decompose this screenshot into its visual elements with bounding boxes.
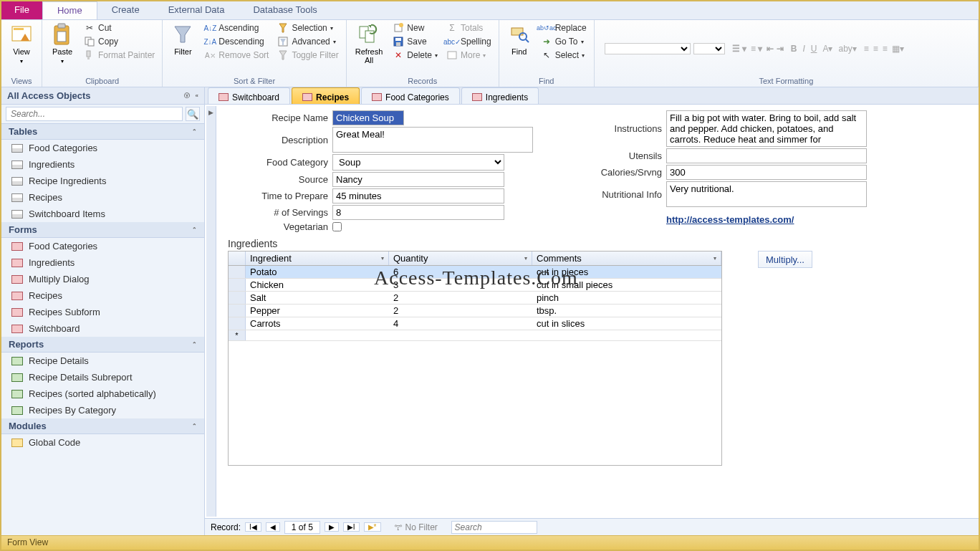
prev-record-button[interactable]: ◀ xyxy=(266,522,280,532)
nav-section-reports[interactable]: Reports⌃ xyxy=(1,337,204,353)
nav-section-modules[interactable]: Modules⌃ xyxy=(1,418,204,434)
ascending-button[interactable]: A↓ZAscending xyxy=(201,21,272,34)
goto-button[interactable]: ➜Go To ▾ xyxy=(538,35,590,48)
more-button[interactable]: More ▾ xyxy=(443,49,494,62)
tab-food-categories[interactable]: Food Categories xyxy=(361,87,460,104)
nav-form-switchboard[interactable]: Switchboard xyxy=(1,320,204,337)
nav-form-recipes[interactable]: Recipes xyxy=(1,287,204,304)
filter-button[interactable]: Filter xyxy=(167,21,198,57)
instructions-field[interactable]: Fill a big pot with water. Bring to boil… xyxy=(666,110,867,147)
tab-ingredients[interactable]: Ingredients xyxy=(461,87,539,104)
nav-section-tables[interactable]: Tables⌃ xyxy=(1,124,204,140)
nav-section-forms[interactable]: Forms⌃ xyxy=(1,222,204,238)
table-new-row[interactable]: * xyxy=(229,330,721,341)
numbering-icon[interactable]: ≡ ▾ xyxy=(751,44,762,54)
nav-form-food-categories[interactable]: Food Categories xyxy=(1,238,204,254)
row-selector-header[interactable] xyxy=(229,251,246,265)
spelling-button[interactable]: abc✓Spelling xyxy=(443,35,494,48)
tab-switchboard[interactable]: Switchboard xyxy=(208,87,290,104)
nav-report-recipe-details[interactable]: Recipe Details xyxy=(1,353,204,369)
nav-report-recipes-alpha[interactable]: Recipes (sorted alphabetically) xyxy=(1,385,204,402)
tab-database-tools[interactable]: Database Tools xyxy=(239,1,331,19)
bullets-icon[interactable]: ☰ ▾ xyxy=(732,44,746,54)
indent-icon[interactable]: ⇤ ⇥ xyxy=(767,44,783,54)
record-search-input[interactable] xyxy=(451,521,537,534)
first-record-button[interactable]: I◀ xyxy=(245,522,261,532)
gridlines-icon[interactable]: ▦▾ xyxy=(892,44,904,54)
nav-report-recipes-by-category[interactable]: Recipes By Category xyxy=(1,402,204,418)
servings-field[interactable] xyxy=(332,205,504,220)
time-field[interactable] xyxy=(332,188,504,203)
record-position[interactable] xyxy=(284,521,320,534)
nav-module-global-code[interactable]: Global Code xyxy=(1,434,204,451)
new-button[interactable]: New xyxy=(390,21,441,34)
table-row[interactable]: Chicken3cut in small pieces xyxy=(229,279,721,292)
align-right-icon[interactable]: ≡ xyxy=(883,44,888,54)
tab-home[interactable]: Home xyxy=(42,1,97,19)
nav-form-ingredients[interactable]: Ingredients xyxy=(1,254,204,271)
filter-indicator[interactable]: 🝖 No Filter xyxy=(394,522,438,532)
nav-table-ingredients[interactable]: Ingredients xyxy=(1,156,204,173)
table-row[interactable]: Potato6cut in pieces xyxy=(229,266,721,279)
font-size-select[interactable] xyxy=(693,43,725,54)
multiply-button[interactable]: Multiply... xyxy=(758,251,812,268)
align-left-icon[interactable]: ≡ xyxy=(864,44,869,54)
table-row[interactable]: Carrots4cut in slices xyxy=(229,317,721,330)
underline-button[interactable]: U xyxy=(811,44,817,54)
source-field[interactable] xyxy=(332,172,504,187)
nav-form-recipes-subform[interactable]: Recipes Subform xyxy=(1,304,204,320)
nutrition-field[interactable]: Very nutritional. xyxy=(666,181,867,207)
nav-dropdown-icon[interactable]: ⓥ xyxy=(184,92,190,100)
nav-table-food-categories[interactable]: Food Categories xyxy=(1,140,204,156)
recipe-name-field[interactable] xyxy=(332,110,404,125)
copy-button[interactable]: Copy xyxy=(81,35,158,48)
website-link[interactable]: http://access-templates.com/ xyxy=(666,214,867,225)
table-row[interactable]: Pepper2tbsp. xyxy=(229,305,721,317)
replace-button[interactable]: ab↺acReplace xyxy=(538,21,590,34)
bold-button[interactable]: B xyxy=(791,44,797,54)
nav-collapse-icon[interactable]: « xyxy=(196,92,198,99)
align-center-icon[interactable]: ≡ xyxy=(873,44,878,54)
view-button[interactable]: View▾ xyxy=(6,21,37,67)
next-record-button[interactable]: ▶ xyxy=(325,522,339,532)
col-quantity[interactable]: Quantity▾ xyxy=(389,251,532,265)
descending-button[interactable]: Z↓ADescending xyxy=(201,35,272,48)
nav-table-recipes[interactable]: Recipes xyxy=(1,189,204,206)
nav-report-recipe-details-subreport[interactable]: Recipe Details Subreport xyxy=(1,369,204,385)
table-row[interactable]: Salt2pinch xyxy=(229,292,721,305)
font-color-button[interactable]: A▾ xyxy=(822,44,832,54)
save-button[interactable]: Save xyxy=(390,35,441,48)
col-comments[interactable]: Comments▾ xyxy=(532,251,721,265)
nav-form-multiply-dialog[interactable]: Multiply Dialog xyxy=(1,271,204,287)
refresh-all-button[interactable]: Refresh All xyxy=(351,21,388,66)
remove-sort-button[interactable]: A⤫Remove Sort xyxy=(201,49,272,62)
description-field[interactable]: Great Meal! xyxy=(332,127,533,153)
nav-search-input[interactable] xyxy=(6,107,183,121)
advanced-button[interactable]: Advanced ▾ xyxy=(274,35,341,48)
nav-table-switchboard-items[interactable]: Switchboard Items xyxy=(1,206,204,222)
search-icon[interactable]: 🔍 xyxy=(186,107,200,121)
tab-external-data[interactable]: External Data xyxy=(154,1,239,19)
tab-create[interactable]: Create xyxy=(97,1,154,19)
cut-button[interactable]: ✂Cut xyxy=(81,21,158,34)
nav-table-recipe-ingredients[interactable]: Recipe Ingredients xyxy=(1,173,204,189)
find-button[interactable]: Find xyxy=(504,21,535,57)
food-category-select[interactable]: Soup xyxy=(332,154,504,171)
last-record-button[interactable]: ▶I xyxy=(343,522,360,532)
italic-button[interactable]: I xyxy=(802,44,804,54)
toggle-filter-button[interactable]: Toggle Filter xyxy=(274,49,341,62)
delete-button[interactable]: ✕Delete ▾ xyxy=(390,49,441,62)
new-record-button[interactable]: ▶* xyxy=(364,522,381,532)
tab-file[interactable]: File xyxy=(1,1,42,19)
col-ingredient[interactable]: Ingredient▾ xyxy=(246,251,389,265)
nav-header[interactable]: All Access Objects ⓥ « xyxy=(1,87,204,105)
totals-button[interactable]: ΣTotals xyxy=(443,21,494,34)
utensils-field[interactable] xyxy=(666,148,867,163)
highlight-button[interactable]: aby▾ xyxy=(838,44,856,54)
tab-recipes[interactable]: Recipes xyxy=(292,87,360,104)
selection-button[interactable]: Selection ▾ xyxy=(274,21,341,34)
vegetarian-checkbox[interactable] xyxy=(332,222,342,231)
select-button[interactable]: ↖Select ▾ xyxy=(538,49,590,62)
font-family-select[interactable] xyxy=(605,43,691,54)
format-painter-button[interactable]: Format Painter xyxy=(81,49,158,62)
